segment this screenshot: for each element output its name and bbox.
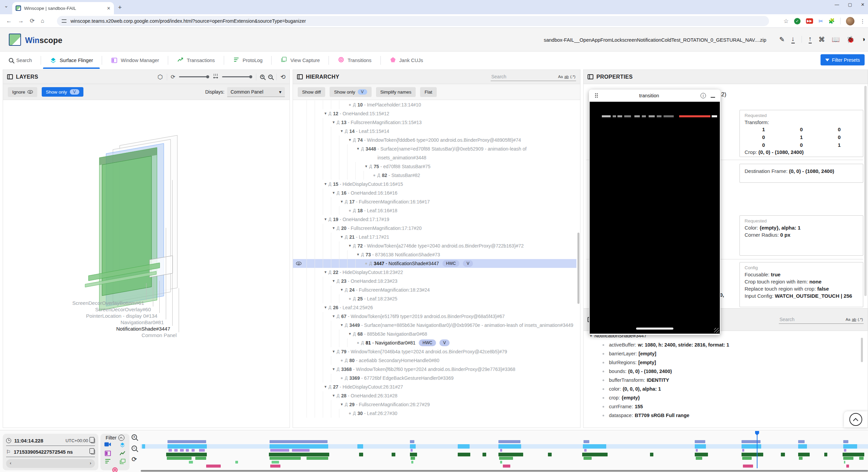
zoom-out-icon[interactable]: −	[268, 75, 273, 79]
browser-tab[interactable]: Winscope | sandbox-FAIL ✕	[12, 2, 114, 14]
tree-row[interactable]: ▼Д23 - OneHanded:18:23#23	[293, 277, 576, 286]
pin-icon[interactable]: Д	[361, 338, 364, 347]
regex-icon[interactable]: (.*)	[858, 317, 863, 321]
timeline-cursor[interactable]	[757, 431, 757, 468]
pin-icon[interactable]: Д	[353, 136, 356, 144]
match-case-icon[interactable]: Aa	[558, 75, 563, 79]
match-word-icon[interactable]: ab	[564, 75, 569, 79]
chevron-down-icon[interactable]: ▼	[347, 330, 353, 338]
pin-icon[interactable]: Д	[353, 294, 356, 303]
pin-icon[interactable]: Д	[369, 259, 372, 268]
home-icon[interactable]: ⌂	[41, 18, 44, 24]
pin-icon[interactable]: Д	[329, 303, 331, 312]
chevron-down-icon[interactable]: ▼	[363, 162, 369, 171]
documentation-icon[interactable]: 📖	[832, 36, 840, 43]
detail-property-row[interactable]: bounds:(0, 0) - (1080, 2400)	[584, 367, 862, 376]
layer-name-label[interactable]: Common Panel	[142, 332, 177, 338]
layers-3d-view[interactable]	[3, 100, 290, 338]
tree-row[interactable]: ▼Д13 - FullscreenMagnification:15:15#13	[293, 118, 576, 127]
tree-row[interactable]: ▼Д67 - WindowToken{e5176f9 type=2019 and…	[293, 312, 576, 321]
pin-icon[interactable]: Д	[337, 224, 339, 233]
chevron-down-icon[interactable]: ▼	[339, 197, 344, 206]
tree-row[interactable]: ▼Д3449 - Surface(name=885b63e Navigation…	[293, 321, 576, 330]
pin-icon[interactable]: Д	[337, 118, 339, 127]
hierarchy-scrollbar[interactable]	[577, 233, 579, 304]
tab-jank-cujs[interactable]: Jank CUJs	[381, 52, 432, 69]
tree-row[interactable]: ▼Д73 - 8736138 NotificationShade#73	[293, 250, 576, 259]
pin-icon[interactable]: Д	[337, 391, 339, 400]
spacing-slider[interactable]	[222, 75, 252, 78]
layer-name-label[interactable]: ScreenDecorOverlayBottom#61	[72, 300, 144, 306]
copy-icon[interactable]	[91, 450, 95, 454]
collapse-filter-icon[interactable]	[118, 435, 124, 441]
detail-property-row[interactable]: activeBuffer:w: 1080, h: 2400, stride: 2…	[584, 340, 862, 349]
tree-row[interactable]: ●Д3369 - 67726bf EdgeBackGestureHandler0…	[293, 374, 576, 382]
detail-property-row[interactable]: color:(0, 0, 0), alpha: 1	[584, 385, 862, 393]
layer-name-label[interactable]: PointerLocation - display 0#134	[86, 313, 157, 319]
layer-name-label[interactable]: ScreenDecorOverlay#60	[95, 307, 151, 312]
pin-icon[interactable]: Д	[329, 268, 331, 277]
chevron-down-icon[interactable]: ▼	[339, 286, 344, 294]
timeline-zoom-out-icon[interactable]: −	[132, 446, 137, 451]
properties-scrollbar[interactable]	[864, 86, 867, 296]
timeline-zoom-in-icon[interactable]: +	[132, 434, 137, 440]
dark-mode-icon[interactable]: ◑	[862, 36, 865, 43]
chevron-down-icon[interactable]: ▼	[331, 347, 336, 356]
pin-icon[interactable]: Д	[345, 286, 348, 294]
detail-scrollbar[interactable]	[861, 338, 863, 362]
pin-icon[interactable]: Д	[337, 347, 339, 356]
back-icon[interactable]: ←	[6, 18, 12, 24]
surface-flinger-trace-icon[interactable]	[119, 442, 125, 449]
panel-collapse-icon[interactable]	[588, 74, 593, 79]
tree-row[interactable]: ▼Д14 - Leaf:15:15#14	[293, 127, 576, 136]
properties-search-input[interactable]: Search Aa ab (.*)	[779, 315, 864, 324]
chevron-down-icon[interactable]: ▼	[331, 365, 336, 374]
tree-row[interactable]: ▼Д22 - HideDisplayCutout:18:23#22	[293, 268, 576, 277]
reload-icon[interactable]: ⟳	[30, 17, 35, 24]
pin-icon[interactable]: Д	[345, 321, 348, 330]
chevron-down-icon[interactable]: ▼	[323, 303, 328, 312]
view-capture-trace-icon[interactable]	[119, 459, 125, 466]
chevron-down-icon[interactable]: ▼	[355, 250, 361, 259]
cursor-head-icon[interactable]	[755, 431, 759, 435]
timeline-pager[interactable]: ‹›	[6, 459, 95, 468]
panel-collapse-icon[interactable]	[7, 74, 13, 79]
tree-row[interactable]: ▼Д17 - FullscreenMagnification:16:16#17	[293, 197, 576, 206]
screen-recording-trace-icon[interactable]	[104, 442, 111, 449]
tab-view-capture[interactable]: View Capture	[272, 52, 329, 69]
chevron-down-icon[interactable]: ▼	[323, 268, 328, 277]
chevron-down-icon[interactable]: ▼	[339, 400, 344, 409]
simplify-names-button[interactable]: Simplify names	[376, 87, 416, 97]
tree-row[interactable]: ▼Д26 - Leaf:24:25#26	[293, 303, 576, 312]
download-icon[interactable]: ↓	[791, 35, 795, 43]
show-only-visible-button[interactable]: Show onlyV	[42, 87, 83, 97]
tab-search[interactable]: Search	[0, 52, 41, 69]
timeline-tracks[interactable]	[141, 430, 868, 470]
chevron-down-icon[interactable]: ▼	[331, 391, 336, 400]
chevron-down-icon[interactable]: ▼	[323, 109, 328, 118]
transitions-trace-icon[interactable]	[112, 467, 118, 472]
extension-check-icon[interactable]: ✓	[794, 18, 801, 24]
match-word-icon[interactable]: ab	[852, 317, 856, 321]
pin-icon[interactable]: Д	[345, 400, 348, 409]
pin-icon[interactable]: Д	[329, 180, 331, 189]
info-icon[interactable]: i	[701, 93, 706, 98]
tree-row[interactable]: ●Д25 - Leaf:18:23#25	[293, 294, 576, 303]
detail-property-row[interactable]: currFrame:155	[584, 402, 862, 411]
tree-row[interactable]: ▼Д27 - HideDisplayCutout:26:31#27	[293, 382, 576, 391]
chevron-down-icon[interactable]: ▼	[347, 136, 353, 144]
pin-icon[interactable]: Д	[337, 312, 339, 321]
tree-row[interactable]: ▼Д68 - 885b63e NavigationBar0#68	[293, 330, 576, 338]
chevron-down-icon[interactable]: ▼	[355, 144, 361, 153]
edit-icon[interactable]: ✎	[779, 36, 785, 43]
tree-row[interactable]: ▼Д20 - FullscreenMagnification:17:17#20	[293, 224, 576, 233]
new-tab-button[interactable]: +	[118, 4, 122, 11]
pin-icon[interactable]: Д	[345, 374, 348, 382]
displays-dropdown[interactable]: Common Panel▾	[227, 87, 285, 97]
pin-icon[interactable]: Д	[377, 171, 380, 180]
reset-view-icon[interactable]: ⟲	[280, 73, 285, 81]
chevron-down-icon[interactable]: ▼	[331, 189, 336, 197]
resize-handle[interactable]	[714, 328, 719, 333]
tree-row[interactable]: ▼Д21 - Leaf:17:17#21	[293, 233, 576, 241]
chevron-down-icon[interactable]: ▼	[339, 233, 344, 241]
